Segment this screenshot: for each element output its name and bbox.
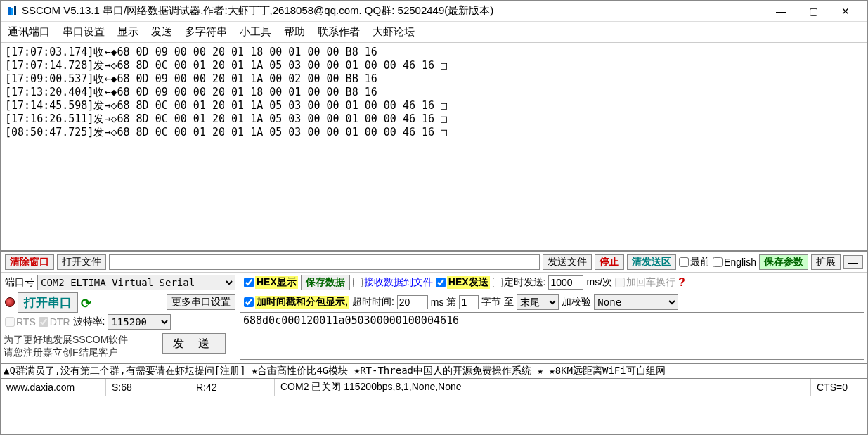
log-output[interactable]: [17:07:03.174]收←◆68 0D 09 00 00 20 01 18… — [1, 43, 867, 252]
menu-send[interactable]: 发送 — [151, 25, 172, 39]
clear-send-button[interactable]: 清发送区 — [627, 254, 676, 270]
byte-label2: 字节 至 — [481, 296, 514, 309]
menu-serial-settings[interactable]: 串口设置 — [63, 25, 105, 39]
menu-forum[interactable]: 大虾论坛 — [373, 25, 415, 39]
window-title: SSCOM V5.13.1 串口/网络数据调试器,作者:大虾丁丁,2618058… — [22, 4, 765, 18]
record-icon — [5, 297, 15, 307]
status-recv: R:42 — [190, 379, 275, 396]
send-file-button[interactable]: 发送文件 — [543, 254, 592, 270]
send-button[interactable]: 发 送 — [162, 333, 226, 354]
more-settings-button[interactable]: 更多串口设置 — [167, 294, 235, 310]
collapse-button[interactable]: — — [843, 255, 863, 269]
topmost-checkbox[interactable]: 最前 — [679, 256, 710, 268]
rts-checkbox[interactable]: RTS — [5, 316, 36, 327]
hex-display-checkbox[interactable]: HEX显示 — [244, 276, 298, 289]
minimize-button[interactable]: — — [765, 1, 797, 21]
status-url[interactable]: www.daxia.com — [1, 379, 106, 396]
open-serial-button[interactable]: 打开串口 — [18, 292, 78, 313]
status-sent: S:68 — [106, 379, 190, 396]
timeout-label: 超时时间: — [352, 296, 394, 309]
status-bar: www.daxia.com S:68 R:42 COM2 已关闭 115200b… — [1, 379, 867, 396]
addcheck-label: 加校验 — [562, 296, 591, 309]
reload-icon[interactable]: ⟳ — [81, 296, 93, 309]
svg-rect-0 — [8, 7, 11, 15]
rx-to-file-checkbox[interactable]: 接收数据到文件 — [353, 276, 433, 289]
save-data-button[interactable]: 保存数据 — [301, 275, 350, 290]
status-port: COM2 已关闭 115200bps,8,1,None,None — [275, 379, 811, 396]
interval-unit: ms/次 — [586, 276, 612, 289]
title-bar: SSCOM V5.13.1 串口/网络数据调试器,作者:大虾丁丁,2618058… — [1, 1, 867, 22]
menu-port[interactable]: 通讯端口 — [8, 25, 50, 39]
interval-input[interactable] — [548, 275, 583, 290]
hex-send-checkbox[interactable]: HEX发送 — [436, 276, 490, 289]
tail-select[interactable]: 末尾 — [517, 294, 559, 310]
status-cts: CTS=0 — [811, 379, 867, 396]
promo-text: 为了更好地发展SSCOM软件 请您注册嘉立创F结尾客户 — [4, 333, 158, 358]
clear-window-button[interactable]: 清除窗口 — [5, 254, 54, 270]
port-select[interactable]: COM2 ELTIMA Virtual Serial — [37, 275, 235, 290]
toolbar-row1: 清除窗口 打开文件 发送文件 停止 清发送区 最前 English 保存参数 扩… — [1, 252, 867, 273]
check-select[interactable]: None — [594, 294, 678, 310]
close-button[interactable]: ✕ — [829, 1, 862, 21]
menu-multistring[interactable]: 多字符串 — [185, 25, 227, 39]
timeout-unit: ms — [431, 297, 444, 308]
byte-label1: 第 — [446, 296, 456, 309]
baud-label: 波特率: — [73, 316, 105, 328]
baud-select[interactable]: 115200 — [108, 314, 171, 330]
byte-input[interactable] — [459, 295, 479, 309]
menu-help[interactable]: 帮助 — [284, 25, 305, 39]
add-crlf-checkbox[interactable]: 加回车换行 — [615, 276, 675, 289]
timed-send-checkbox[interactable]: 定时发送: — [493, 276, 546, 289]
maximize-button[interactable]: ▢ — [797, 1, 829, 21]
menu-bar: 通讯端口 串口设置 显示 发送 多字符串 小工具 帮助 联系作者 大虾论坛 — [1, 22, 867, 43]
help-icon[interactable]: ? — [678, 276, 685, 289]
menu-tools[interactable]: 小工具 — [240, 25, 271, 39]
file-path-input[interactable] — [109, 254, 540, 270]
svg-rect-2 — [14, 6, 16, 15]
expand-button[interactable]: 扩展 — [811, 254, 841, 270]
menu-contact[interactable]: 联系作者 — [318, 25, 360, 39]
open-file-button[interactable]: 打开文件 — [57, 254, 106, 270]
app-icon — [6, 6, 18, 17]
timeout-input[interactable] — [397, 295, 428, 309]
dtr-checkbox[interactable]: DTR — [39, 316, 70, 327]
ad-bar[interactable]: ▲Q群满员了,没有第二个群,有需要请在虾坛提问[注册] ★合宙高性价比4G模块 … — [1, 363, 867, 379]
stop-button[interactable]: 停止 — [595, 254, 624, 270]
save-params-button[interactable]: 保存参数 — [759, 254, 808, 270]
menu-display[interactable]: 显示 — [117, 25, 138, 39]
send-text-input[interactable] — [240, 312, 864, 360]
svg-rect-1 — [11, 8, 13, 15]
timestamp-checkbox[interactable]: 加时间戳和分包显示, — [244, 296, 349, 309]
port-label: 端口号 — [5, 276, 34, 289]
english-checkbox[interactable]: English — [713, 257, 756, 268]
